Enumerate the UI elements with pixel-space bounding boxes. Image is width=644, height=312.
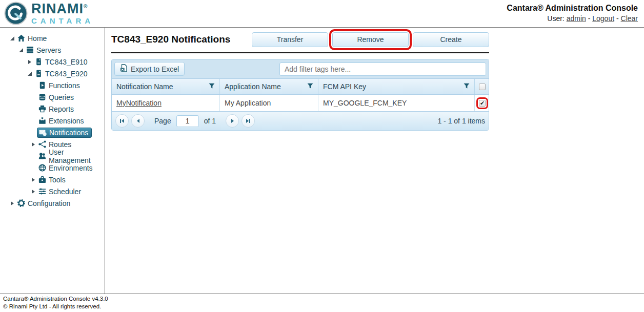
transfer-button[interactable]: Transfer (252, 32, 328, 47)
expand-arrow-icon[interactable] (8, 201, 16, 205)
sidebar-item-tools[interactable]: Tools (0, 174, 105, 185)
footer-copyright-line: © Rinami Pty Ltd - All rights reserved. (3, 303, 641, 310)
configuration-icon (17, 199, 25, 207)
sidebar-item-extensions[interactable]: Extensions (0, 115, 105, 127)
brand-product: CANTARA (31, 17, 94, 25)
row-checkbox-cell (474, 95, 490, 111)
extensions-icon (38, 117, 46, 124)
sidebar-item-label: TC843_E920 (45, 70, 88, 78)
environments-icon (38, 164, 46, 172)
sidebar-item-functions[interactable]: Functions (0, 79, 105, 91)
sidebar-item-configuration[interactable]: Configuration (0, 197, 105, 209)
create-button[interactable]: Create (413, 32, 489, 47)
sidebar-item-home[interactable]: Home (0, 32, 105, 44)
collapse-arrow-icon[interactable] (26, 72, 33, 76)
sidebar-item-reports[interactable]: Reports (0, 103, 105, 115)
sidebar-item-label: Extensions (49, 117, 84, 125)
cell-fcm-api-key: MY_GOOGLE_FCM_KEY (318, 95, 474, 111)
column-header-label: Application Name (225, 82, 281, 91)
export-label: Export to Excel (131, 65, 179, 73)
row-checkbox[interactable] (479, 100, 486, 107)
action-buttons: TransferRemoveCreate (252, 32, 489, 47)
user-name-link[interactable]: admin (567, 14, 586, 23)
sidebar-item-label: Scheduler (49, 188, 81, 196)
sidebar-item-label: Configuration (28, 199, 70, 207)
next-page-button[interactable] (226, 114, 239, 128)
user-management-icon (38, 152, 46, 160)
notification-link[interactable]: MyNotification (116, 99, 162, 107)
sidebar-item-label: Home (28, 34, 47, 43)
sidebar-item-label: Reports (49, 105, 74, 113)
page-label: Page (154, 117, 171, 125)
column-header-notification-name[interactable]: Notification Name (112, 79, 219, 94)
cell-notification-name: MyNotification (112, 95, 219, 111)
sidebar-item-scheduler[interactable]: Scheduler (0, 185, 105, 197)
filter-funnel-icon[interactable] (464, 82, 470, 91)
collapse-arrow-icon[interactable] (8, 36, 16, 40)
first-page-button[interactable] (115, 114, 129, 128)
expand-arrow-icon[interactable] (29, 190, 37, 194)
user-session-line: User: admin - Logout - Clear (507, 14, 638, 23)
sidebar-item-label: User Management (49, 148, 102, 164)
main-content: TC843_E920 Notifications TransferRemoveC… (105, 28, 644, 294)
home-icon (17, 34, 25, 42)
sidebar-item-label: Tools (49, 176, 66, 184)
page-title: TC843_E920 Notifications (111, 34, 252, 45)
logout-link[interactable]: Logout (592, 14, 614, 23)
scheduler-icon (38, 188, 46, 195)
sidebar-item-label: Functions (49, 81, 80, 90)
notifications-grid: Export to Excel Notification NameApplica… (111, 59, 489, 131)
notifications-icon (39, 129, 47, 136)
select-all-checkbox[interactable] (479, 84, 486, 90)
column-header-application-name[interactable]: Application Name (219, 79, 318, 94)
export-to-excel-button[interactable]: Export to Excel (114, 62, 185, 76)
grid-header-row: Notification NameApplication NameFCM API… (112, 79, 489, 95)
tools-icon (38, 176, 46, 183)
sidebar-item-servers[interactable]: Servers (0, 44, 105, 56)
sidebar-item-environments[interactable]: Environments (0, 162, 105, 174)
navigation-sidebar: HomeServersTC843_E910TC843_E920Functions… (0, 28, 105, 294)
expand-arrow-icon[interactable] (29, 142, 37, 147)
select-all-checkbox-cell (474, 79, 490, 94)
top-header: RINAMI® CANTARA Cantara® Administration … (0, 0, 644, 28)
user-label: User: (547, 14, 564, 23)
prev-page-button[interactable] (131, 114, 145, 128)
sidebar-item-tc843-e910[interactable]: TC843_E910 (0, 56, 105, 68)
filter-funnel-icon[interactable] (307, 82, 313, 91)
filter-funnel-icon[interactable] (209, 82, 215, 91)
remove-button[interactable]: Remove (332, 32, 409, 47)
sidebar-item-queries[interactable]: Queries (0, 91, 105, 103)
clear-link[interactable]: Clear (621, 14, 638, 23)
filter-tags-input[interactable] (279, 63, 486, 76)
server-icon (35, 58, 43, 66)
title-divider (111, 52, 489, 53)
footer-version-line: Cantara® Administration Console v4.3.0 (3, 295, 641, 303)
sidebar-item-label: Servers (36, 46, 61, 54)
sidebar-item-label: TC843_E910 (45, 58, 88, 66)
brand-name: RINAMI® (31, 2, 94, 16)
sidebar-item-label: Queries (49, 93, 74, 101)
sidebar-item-user-management[interactable]: User Management (0, 150, 105, 162)
expand-arrow-icon[interactable] (29, 178, 37, 182)
console-title: Cantara® Administration Console (507, 4, 638, 13)
excel-file-icon (120, 64, 128, 74)
servers-icon (26, 46, 34, 54)
cell-application-name: My Application (219, 95, 318, 111)
sidebar-item-label: Environments (49, 164, 93, 172)
table-row: MyNotificationMy ApplicationMY_GOOGLE_FC… (112, 95, 489, 111)
collapse-arrow-icon[interactable] (17, 48, 25, 52)
column-header-label: FCM API Key (323, 82, 366, 91)
queries-icon (38, 93, 46, 101)
grid-pager: Page of 1 1 - 1 of 1 items (112, 111, 489, 130)
sidebar-item-notifications[interactable]: Notifications (0, 127, 105, 138)
app-footer: Cantara® Administration Console v4.3.0 ©… (0, 294, 644, 312)
sidebar-item-tc843-e920[interactable]: TC843_E920 (0, 68, 105, 79)
functions-icon (38, 81, 46, 89)
page-number-input[interactable] (176, 115, 199, 127)
column-header-label: Notification Name (116, 82, 173, 91)
expand-arrow-icon[interactable] (26, 60, 33, 64)
last-page-button[interactable] (242, 114, 255, 128)
grid-toolbar: Export to Excel (112, 59, 489, 79)
reports-icon (38, 105, 46, 113)
column-header-fcm-api-key[interactable]: FCM API Key (318, 79, 474, 94)
